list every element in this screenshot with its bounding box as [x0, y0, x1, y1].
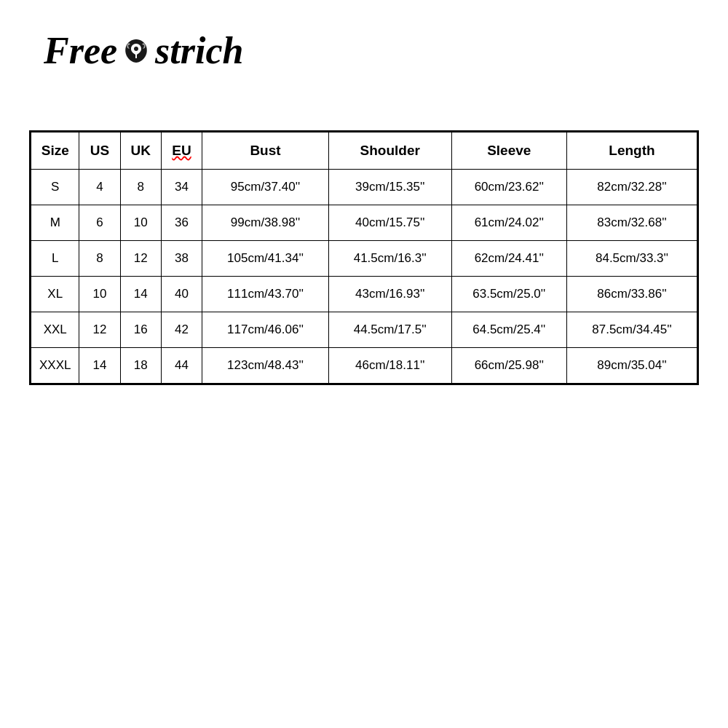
cell-uk: 12	[120, 241, 161, 277]
header-uk: UK	[120, 132, 161, 170]
cell-eu: 44	[161, 348, 202, 384]
header-length: Length	[567, 132, 697, 170]
cell-eu: 40	[161, 277, 202, 312]
cell-us: 12	[79, 312, 120, 348]
cell-sleeve: 64.5cm/25.4''	[451, 312, 566, 348]
cell-length: 89cm/35.04''	[567, 348, 697, 384]
cell-shoulder: 46cm/18.11''	[328, 348, 451, 384]
cell-uk: 14	[120, 277, 161, 312]
cell-bust: 99cm/38.98''	[202, 205, 329, 241]
cell-length: 84.5cm/33.3''	[567, 241, 697, 277]
cell-shoulder: 43cm/16.93''	[328, 277, 451, 312]
cell-size: XL	[31, 277, 79, 312]
cell-length: 86cm/33.86''	[567, 277, 697, 312]
table-row: S483495cm/37.40''39cm/15.35''60cm/23.62'…	[31, 170, 697, 205]
cell-bust: 95cm/37.40''	[202, 170, 329, 205]
cell-sleeve: 61cm/24.02''	[451, 205, 566, 241]
size-chart-table: Size US UK EU Bust Shoulder Sleeve Lengt…	[31, 132, 697, 384]
cell-uk: 16	[120, 312, 161, 348]
logo-area: Free strich	[0, 0, 728, 87]
cell-sleeve: 63.5cm/25.0''	[451, 277, 566, 312]
cell-us: 6	[79, 205, 120, 241]
cell-eu: 34	[161, 170, 202, 205]
header-eu: EU	[161, 132, 202, 170]
header-bust: Bust	[202, 132, 329, 170]
brand-name-part1: Free	[44, 29, 117, 72]
cell-shoulder: 40cm/15.75''	[328, 205, 451, 241]
cell-uk: 10	[120, 205, 161, 241]
cell-shoulder: 39cm/15.35''	[328, 170, 451, 205]
cell-sleeve: 66cm/25.98''	[451, 348, 566, 384]
cell-us: 8	[79, 241, 120, 277]
cell-shoulder: 44.5cm/17.5''	[328, 312, 451, 348]
cell-length: 82cm/32.28''	[567, 170, 697, 205]
cell-length: 83cm/32.68''	[567, 205, 697, 241]
cell-bust: 123cm/48.43''	[202, 348, 329, 384]
ostrich-icon	[120, 35, 152, 67]
table-row: M6103699cm/38.98''40cm/15.75''61cm/24.02…	[31, 205, 697, 241]
cell-bust: 117cm/46.06''	[202, 312, 329, 348]
header-sleeve: Sleeve	[451, 132, 566, 170]
header-shoulder: Shoulder	[328, 132, 451, 170]
cell-size: XXXL	[31, 348, 79, 384]
header-size: Size	[31, 132, 79, 170]
header-us: US	[79, 132, 120, 170]
brand-name-part2: strich	[155, 29, 243, 72]
cell-bust: 111cm/43.70''	[202, 277, 329, 312]
table-row: XXL121642117cm/46.06''44.5cm/17.5''64.5c…	[31, 312, 697, 348]
cell-bust: 105cm/41.34''	[202, 241, 329, 277]
brand-logo: Free strich	[44, 29, 684, 72]
table-row: XL101440111cm/43.70''43cm/16.93''63.5cm/…	[31, 277, 697, 312]
cell-size: M	[31, 205, 79, 241]
cell-us: 4	[79, 170, 120, 205]
cell-sleeve: 60cm/23.62''	[451, 170, 566, 205]
cell-size: S	[31, 170, 79, 205]
cell-eu: 42	[161, 312, 202, 348]
table-row: L81238105cm/41.34''41.5cm/16.3''62cm/24.…	[31, 241, 697, 277]
size-chart-table-container: Size US UK EU Bust Shoulder Sleeve Lengt…	[29, 130, 699, 385]
table-row: XXXL141844123cm/48.43''46cm/18.11''66cm/…	[31, 348, 697, 384]
cell-uk: 8	[120, 170, 161, 205]
cell-size: XXL	[31, 312, 79, 348]
cell-us: 10	[79, 277, 120, 312]
cell-sleeve: 62cm/24.41''	[451, 241, 566, 277]
table-header-row: Size US UK EU Bust Shoulder Sleeve Lengt…	[31, 132, 697, 170]
cell-eu: 36	[161, 205, 202, 241]
cell-size: L	[31, 241, 79, 277]
cell-eu: 38	[161, 241, 202, 277]
cell-uk: 18	[120, 348, 161, 384]
cell-shoulder: 41.5cm/16.3''	[328, 241, 451, 277]
cell-length: 87.5cm/34.45''	[567, 312, 697, 348]
cell-us: 14	[79, 348, 120, 384]
